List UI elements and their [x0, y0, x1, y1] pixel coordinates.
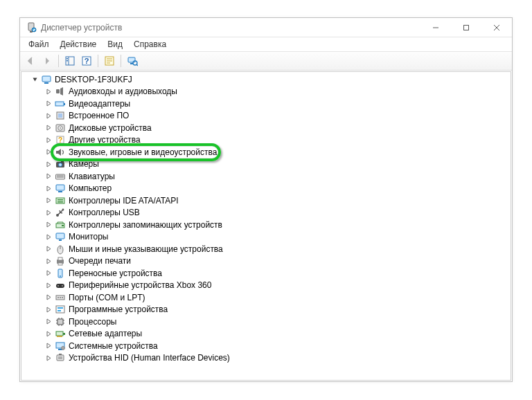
svg-rect-76: [56, 331, 63, 336]
maximize-button[interactable]: [451, 18, 481, 37]
svg-rect-57: [56, 284, 64, 288]
tree-node-label: Процессоры: [69, 316, 117, 327]
device-tree-panel[interactable]: DESKTOP-1F3UKFJАудиовходы и аудиовыходыВ…: [21, 71, 511, 381]
properties-button[interactable]: [102, 53, 117, 69]
svg-rect-77: [63, 333, 65, 335]
tree-node[interactable]: Сетевые адаптеры: [24, 328, 511, 340]
chevron-right-icon[interactable]: [44, 269, 53, 278]
scan-hardware-button[interactable]: [125, 53, 140, 69]
tree-node-label: Видеоадаптеры: [69, 98, 130, 109]
sound-icon: [55, 147, 66, 158]
svg-line-20: [136, 64, 138, 66]
tree-node-label: Периферийные устройства Xbox 360: [69, 280, 211, 291]
tree-node[interactable]: Аудиовходы и аудиовыходы: [24, 86, 511, 98]
tree-node[interactable]: Мониторы: [24, 231, 511, 244]
chevron-right-icon[interactable]: [44, 280, 53, 290]
chevron-right-icon[interactable]: [44, 256, 53, 266]
svg-point-63: [62, 297, 63, 298]
other-devices-icon: ?: [55, 134, 66, 145]
chevron-right-icon[interactable]: [44, 183, 53, 193]
ports-icon: [55, 292, 66, 303]
chevron-right-icon[interactable]: [44, 220, 53, 230]
tree-node[interactable]: Переносные устройства: [24, 267, 511, 280]
menu-help[interactable]: Справка: [128, 38, 172, 51]
chevron-right-icon[interactable]: [44, 172, 53, 181]
tree-node[interactable]: Периферийные устройства Xbox 360: [24, 280, 511, 292]
tree-node[interactable]: Мыши и иные указывающие устройства: [24, 243, 511, 255]
chevron-right-icon[interactable]: [44, 329, 53, 338]
chevron-right-icon[interactable]: [44, 159, 53, 169]
chevron-right-icon[interactable]: [44, 317, 53, 327]
tree-node[interactable]: Порты (COM и LPT): [24, 291, 511, 304]
tree-node[interactable]: Камеры: [24, 158, 511, 171]
svg-text:?: ?: [58, 136, 62, 144]
chevron-right-icon[interactable]: [44, 135, 53, 145]
chevron-right-icon[interactable]: [44, 99, 53, 109]
menu-action[interactable]: Действие: [55, 38, 103, 51]
tree-node[interactable]: Системные устройства: [24, 340, 511, 352]
tree-node-label: Устройства HID (Human Interface Devices): [69, 352, 230, 363]
svg-rect-48: [56, 233, 64, 239]
tree-node[interactable]: ?Другие устройства: [24, 134, 511, 147]
tree-node[interactable]: Звуковые, игровые и видеоустройства: [24, 146, 511, 158]
tree-node[interactable]: Контроллеры USB: [24, 207, 511, 219]
chevron-right-icon[interactable]: [44, 196, 53, 206]
svg-point-56: [60, 275, 61, 277]
tree-node-label: Звуковые, игровые и видеоустройства: [69, 147, 217, 158]
tree-node[interactable]: Клавиатуры: [24, 170, 511, 183]
close-button[interactable]: [481, 18, 512, 37]
svg-rect-23: [56, 89, 60, 93]
tree-node[interactable]: Контроллеры запоминающих устройств: [24, 219, 511, 231]
chevron-right-icon[interactable]: [44, 293, 53, 302]
chevron-down-icon[interactable]: [30, 75, 39, 84]
tree-node-label: Программные устройства: [69, 304, 168, 315]
svg-rect-53: [58, 257, 62, 260]
chevron-right-icon[interactable]: [44, 123, 53, 133]
menu-file[interactable]: Файл: [23, 38, 55, 51]
svg-rect-4: [464, 25, 469, 30]
svg-rect-49: [59, 239, 62, 241]
tree-root-node[interactable]: DESKTOP-1F3UKFJ: [24, 73, 511, 86]
svg-rect-39: [56, 185, 64, 190]
tree-node[interactable]: Процессоры: [24, 316, 511, 328]
chevron-right-icon[interactable]: [44, 232, 53, 242]
toolbar-separator: [58, 55, 59, 67]
chevron-right-icon[interactable]: [44, 147, 53, 157]
toolbar-separator: [98, 55, 98, 67]
chevron-right-icon[interactable]: [44, 304, 53, 314]
tree-node[interactable]: Устройства HID (Human Interface Devices): [24, 352, 511, 365]
svg-point-34: [59, 163, 62, 167]
svg-rect-40: [58, 191, 62, 192]
chevron-right-icon[interactable]: [44, 208, 53, 217]
device-manager-window: Диспетчер устройств Файл Действие Вид Сп…: [19, 17, 513, 382]
tree-node[interactable]: Видеоадаптеры: [24, 98, 511, 110]
forward-button[interactable]: [39, 53, 55, 69]
computer-icon: [55, 183, 66, 194]
minimize-button[interactable]: [420, 18, 451, 37]
system-device-icon: [55, 340, 66, 352]
tree-node-label: Сетевые адаптеры: [69, 328, 142, 339]
svg-point-30: [60, 127, 61, 129]
menu-view[interactable]: Вид: [102, 38, 128, 51]
tree-node[interactable]: Дисковые устройства: [24, 122, 511, 134]
tree-node[interactable]: Встроенное ПО: [24, 110, 511, 122]
chevron-right-icon[interactable]: [44, 353, 53, 363]
svg-rect-82: [57, 355, 64, 361]
chevron-right-icon[interactable]: [44, 341, 53, 351]
toolbar: ?: [20, 51, 512, 71]
back-button[interactable]: [23, 53, 38, 69]
help-button[interactable]: ?: [79, 53, 94, 69]
chevron-right-icon[interactable]: [44, 244, 53, 254]
chevron-right-icon[interactable]: [44, 87, 53, 96]
svg-point-59: [62, 285, 63, 287]
tree-node-label: Компьютер: [69, 183, 112, 194]
tree-node[interactable]: Компьютер: [24, 183, 511, 195]
chevron-right-icon[interactable]: [44, 111, 53, 120]
svg-rect-25: [64, 103, 65, 105]
show-hide-tree-button[interactable]: [62, 53, 78, 69]
tree-node[interactable]: Контроллеры IDE ATA/ATAPI: [24, 194, 511, 207]
tree-node[interactable]: Очереди печати: [24, 255, 511, 268]
tree-node[interactable]: Программные устройства: [24, 304, 511, 316]
tree-node-label: Системные устройства: [69, 340, 158, 352]
svg-rect-64: [56, 306, 64, 313]
